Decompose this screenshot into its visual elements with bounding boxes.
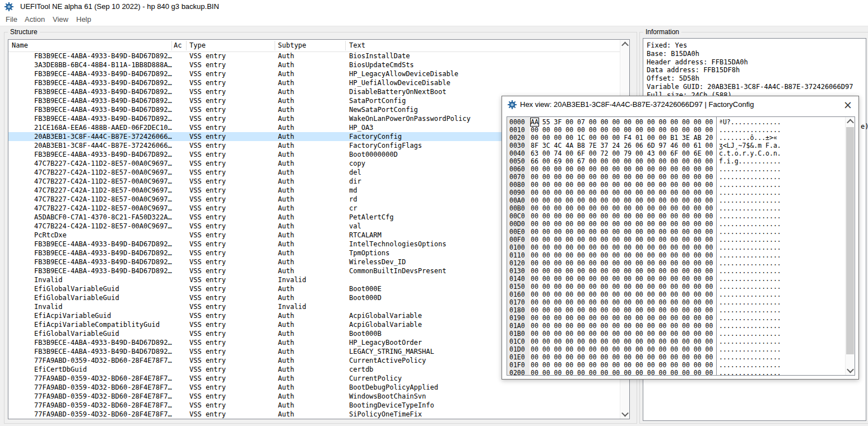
column-header-subtype[interactable]: Subtype (278, 41, 307, 49)
hex-row[interactable]: 017000 00 00 00 00 00 00 00 00 00 00 00 … (507, 298, 855, 306)
column-header-text[interactable]: Text (349, 41, 365, 49)
hex-row[interactable]: 012000 00 00 00 00 00 00 00 00 00 00 00 … (507, 259, 855, 267)
hex-row[interactable]: 01A000 00 00 00 00 00 00 00 00 00 00 00 … (507, 322, 855, 330)
table-row[interactable]: FB3B9ECE-4ABA-4933-B49D-B4D67D892…VSS en… (8, 78, 620, 87)
hex-row[interactable]: 001000 00 00 00 00 00 00 00 00 00 00 00 … (507, 126, 855, 134)
table-row[interactable]: FB3B9ECE-4ABA-4933-B49D-B4D67D892…VSS en… (8, 52, 620, 60)
hex-row[interactable]: 019000 00 00 00 00 00 00 00 00 00 00 00 … (507, 314, 855, 322)
table-row[interactable]: 77FA9ABD-0359-4D32-BD60-28F4E78F7…VSS en… (8, 392, 620, 401)
hex-row[interactable]: 01C000 00 00 00 00 00 00 00 00 00 00 00 … (507, 338, 855, 345)
hex-bytes[interactable]: 00 00 00 00 00 00 00 00 00 00 00 00 00 0… (531, 126, 713, 134)
hex-ascii[interactable]: f.i.g........... (719, 157, 781, 165)
hex-bytes[interactable]: 00 00 00 00 00 00 00 00 00 00 00 00 00 0… (531, 369, 713, 376)
hex-ascii[interactable]: ................ (719, 275, 781, 283)
hex-ascii[interactable]: ................ (719, 345, 781, 353)
hex-row[interactable]: 00F000 00 00 00 00 00 00 00 00 00 00 00 … (507, 236, 855, 244)
scroll-up-button[interactable] (846, 117, 855, 127)
hex-bytes[interactable]: 00 00 00 00 00 00 00 00 00 00 00 00 00 0… (531, 353, 713, 361)
hex-row[interactable]: 01F000 00 00 00 00 00 00 00 00 00 00 00 … (507, 361, 855, 369)
hex-ascii[interactable]: ªU?............. (719, 118, 781, 126)
hex-bytes[interactable]: 00 00 00 00 00 00 00 00 00 00 00 00 00 0… (531, 267, 713, 275)
hex-row[interactable]: 014000 00 00 00 00 00 00 00 00 00 00 00 … (507, 275, 855, 283)
hex-bytes[interactable]: 00 00 00 00 00 00 00 00 00 00 00 00 00 0… (531, 314, 713, 322)
hex-bytes[interactable]: 00 00 00 00 00 00 00 00 00 00 00 00 00 0… (531, 228, 713, 236)
table-row[interactable]: 3A3DE8BB-6BC4-48B4-B11A-1BB8D888A…VSS en… (8, 60, 620, 69)
hex-bytes[interactable]: 00 00 00 00 00 00 00 00 00 00 00 00 00 0… (531, 338, 713, 345)
hex-bytes[interactable]: 66 00 69 00 67 00 00 00 00 00 00 00 00 0… (531, 157, 713, 165)
hex-row[interactable]: 020000 00 00 00 00 00 00 00 00 00 00 00 … (507, 369, 855, 376)
hex-bytes[interactable]: 00 00 00 00 00 00 00 00 00 00 00 00 00 0… (531, 275, 713, 283)
hex-row[interactable]: 007000 00 00 00 00 00 00 00 00 00 00 00 … (507, 173, 855, 181)
hex-row[interactable]: 002000 00 00 00 1C 00 00 00 F4 01 00 00 … (507, 134, 855, 142)
hex-ascii[interactable]: ................ (719, 369, 781, 376)
table-row[interactable]: 77FA9ABD-0359-4D32-BD60-28F4E78F7…VSS en… (8, 401, 620, 410)
menu-item-help[interactable]: Help (76, 15, 91, 24)
hex-row[interactable]: 00A000 00 00 00 00 00 00 00 00 00 00 00 … (507, 196, 855, 204)
hex-ascii[interactable]: ................ (719, 251, 781, 259)
column-header-name[interactable]: Name (12, 41, 28, 49)
hex-bytes[interactable]: 00 00 00 00 00 00 00 00 00 00 00 00 00 0… (531, 283, 713, 291)
hex-bytes[interactable]: AA 55 3F 00 07 00 00 00 00 00 00 00 00 0… (531, 118, 713, 126)
hex-row[interactable]: 010000 00 00 00 00 00 00 00 00 00 00 00 … (507, 244, 855, 251)
hex-row[interactable]: 016000 00 00 00 00 00 00 00 00 00 00 00 … (507, 291, 855, 298)
column-separator[interactable] (186, 41, 187, 50)
hex-ascii[interactable]: ................ (719, 291, 781, 298)
column-header-ac[interactable]: Ac (174, 41, 182, 49)
hex-bytes[interactable]: 00 00 00 00 00 00 00 00 00 00 00 00 00 0… (531, 173, 713, 181)
hex-row[interactable]: 01D000 00 00 00 00 00 00 00 00 00 00 00 … (507, 345, 855, 353)
table-row[interactable]: FB3B9ECE-4ABA-4933-B49D-B4D67D892…VSS en… (8, 69, 620, 78)
hex-ascii[interactable]: ................ (719, 189, 781, 196)
hex-row[interactable]: 011000 00 00 00 00 00 00 00 00 00 00 00 … (507, 251, 855, 259)
hex-ascii[interactable]: ................ (719, 361, 781, 369)
hex-bytes[interactable]: 00 00 00 00 00 00 00 00 00 00 00 00 00 0… (531, 204, 713, 212)
hex-row[interactable]: 00D000 00 00 00 00 00 00 00 00 00 00 00 … (507, 220, 855, 228)
hex-ascii[interactable]: ................ (719, 173, 781, 181)
hex-row[interactable]: 00E000 00 00 00 00 00 00 00 00 00 00 00 … (507, 228, 855, 236)
hex-ascii[interactable]: ................ (719, 330, 781, 338)
hex-row[interactable]: 00C000 00 00 00 00 00 00 00 00 00 00 00 … (507, 212, 855, 220)
column-separator[interactable] (345, 41, 346, 50)
hex-ascii[interactable]: ʒ<LJ¸~7$&.m F.a. (719, 142, 781, 149)
hex-ascii[interactable]: ................ (719, 338, 781, 345)
hex-ascii[interactable]: ................ (719, 196, 781, 204)
hex-ascii[interactable]: ................ (719, 322, 781, 330)
table-row[interactable]: 77FA9ABD-0359-4D32-BD60-28F4E78F7…VSS en… (8, 383, 620, 392)
hex-bytes[interactable]: 00 00 00 00 00 00 00 00 00 00 00 00 00 0… (531, 196, 713, 204)
hex-ascii[interactable]: ................ (719, 228, 781, 236)
hex-row[interactable]: 01B000 00 00 00 00 00 00 00 00 00 00 00 … (507, 330, 855, 338)
hex-ascii[interactable]: ................ (719, 165, 781, 173)
hex-bytes[interactable]: 00 00 00 00 00 00 00 00 00 00 00 00 00 0… (531, 345, 713, 353)
table-row[interactable]: 77FA9ABD-0359-4D32-BD60-28F4E78F7…VSS en… (8, 410, 620, 419)
hex-ascii[interactable]: ................ (719, 236, 781, 244)
hex-row[interactable]: 01E000 00 00 00 00 00 00 00 00 00 00 00 … (507, 353, 855, 361)
hex-row[interactable]: 013000 00 00 00 00 00 00 00 00 00 00 00 … (507, 267, 855, 275)
column-separator[interactable] (171, 41, 172, 50)
menu-item-action[interactable]: Action (25, 15, 45, 24)
hex-bytes[interactable]: 00 00 00 00 00 00 00 00 00 00 00 00 00 0… (531, 220, 713, 228)
hex-cursor[interactable]: AA (531, 118, 539, 126)
column-separator[interactable] (275, 41, 275, 50)
table-row[interactable]: FB3B9ECE-4ABA-4933-B49D-B4D67D892…VSS en… (8, 87, 620, 96)
hex-row[interactable]: 006000 00 00 00 00 00 00 00 00 00 00 00 … (507, 165, 855, 173)
hex-bytes[interactable]: 00 00 00 00 00 00 00 00 00 00 00 00 00 0… (531, 298, 713, 306)
hex-ascii[interactable]: ................ (719, 220, 781, 228)
hex-bytes[interactable]: 00 00 00 00 1C 00 00 00 F4 01 00 00 B1 3… (531, 134, 713, 142)
hex-row[interactable]: 004063 00 74 00 6F 00 72 00 79 00 43 00 … (507, 149, 855, 157)
hex-row[interactable]: 00B000 00 00 00 00 00 00 00 00 00 00 00 … (507, 204, 855, 212)
hex-bytes[interactable]: 00 00 00 00 00 00 00 00 00 00 00 00 00 0… (531, 361, 713, 369)
scroll-up-button[interactable] (620, 40, 629, 49)
hex-bytes[interactable]: 00 00 00 00 00 00 00 00 00 00 00 00 00 0… (531, 244, 713, 251)
hex-ascii[interactable]: ................ (719, 259, 781, 267)
hex-ascii[interactable]: ................ (719, 244, 781, 251)
hex-bytes[interactable]: 00 00 00 00 00 00 00 00 00 00 00 00 00 0… (531, 189, 713, 196)
hex-ascii[interactable]: ................ (719, 181, 781, 189)
hex-row[interactable]: 008000 00 00 00 00 00 00 00 00 00 00 00 … (507, 181, 855, 189)
hex-ascii[interactable]: ................ (719, 204, 781, 212)
hex-row[interactable]: 015000 00 00 00 00 00 00 00 00 00 00 00 … (507, 283, 855, 291)
hex-bytes[interactable]: 63 00 74 00 6F 00 72 00 79 00 43 00 6F 0… (531, 149, 713, 157)
hex-ascii[interactable]: ................ (719, 306, 781, 314)
hex-bytes[interactable]: 00 00 00 00 00 00 00 00 00 00 00 00 00 0… (531, 165, 713, 173)
hex-row[interactable]: 005066 00 69 00 67 00 00 00 00 00 00 00 … (507, 157, 855, 165)
hex-bytes[interactable]: 00 00 00 00 00 00 00 00 00 00 00 00 00 0… (531, 212, 713, 220)
hex-ascii[interactable]: ................ (719, 212, 781, 220)
